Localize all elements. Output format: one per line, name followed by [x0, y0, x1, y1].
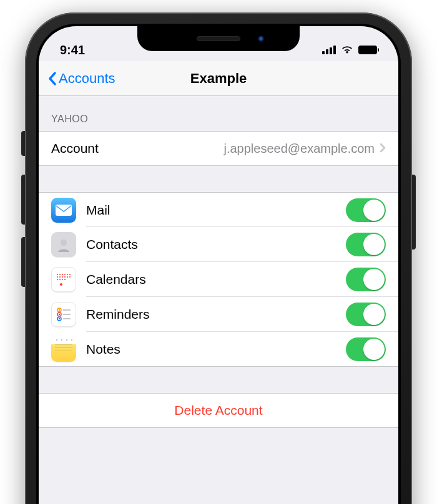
svg-point-8 [69, 274, 71, 275]
service-label: Calendars [86, 272, 146, 287]
screen: 9:41 Accounts Example [39, 26, 398, 504]
svg-point-25 [59, 318, 60, 319]
toggle-notes[interactable] [346, 337, 386, 361]
notch [137, 26, 300, 51]
delete-label: Delete Account [174, 403, 262, 418]
service-label: Mail [86, 203, 110, 218]
svg-point-16 [59, 279, 61, 280]
contacts-icon [51, 232, 76, 257]
nav-bar: Accounts Example [39, 61, 398, 96]
calendar-icon [51, 267, 76, 292]
service-label: Notes [86, 342, 120, 357]
toggle-calendars[interactable] [346, 268, 386, 291]
reminders-icon [51, 302, 76, 327]
toggle-reminders[interactable] [346, 303, 386, 326]
svg-point-13 [67, 276, 68, 278]
svg-point-14 [69, 276, 71, 278]
svg-point-10 [59, 276, 61, 278]
notes-icon [51, 337, 76, 362]
service-label: Contacts [86, 237, 138, 252]
phone-frame: 9:41 Accounts Example [25, 12, 412, 504]
svg-point-17 [62, 279, 63, 280]
wifi-icon [341, 46, 353, 54]
svg-point-7 [67, 274, 68, 275]
services-group: Mail Contacts [39, 192, 398, 367]
section-header-yahoo: YAHOO [39, 96, 398, 131]
service-row-reminders: Reminders [39, 297, 398, 332]
back-label: Accounts [59, 70, 115, 87]
chevron-right-icon [380, 142, 386, 156]
svg-point-3 [57, 274, 58, 275]
svg-point-2 [61, 240, 67, 246]
service-row-calendars: Calendars [39, 262, 398, 297]
svg-point-12 [64, 276, 66, 278]
service-row-mail: Mail [39, 192, 398, 227]
mail-icon [51, 198, 76, 223]
svg-point-4 [59, 274, 61, 275]
service-row-notes: Notes [39, 332, 398, 367]
account-row[interactable]: Account j.appleseed@example.com [39, 131, 398, 166]
cell-signal-icon [322, 46, 336, 54]
svg-point-6 [64, 274, 66, 275]
account-value: j.appleseed@example.com [223, 142, 375, 156]
service-row-contacts: Contacts [39, 227, 398, 262]
svg-point-19 [60, 283, 62, 286]
account-label: Account [51, 141, 99, 156]
service-label: Reminders [86, 307, 150, 322]
svg-point-11 [62, 276, 63, 278]
status-time: 9:41 [60, 43, 85, 57]
back-button[interactable]: Accounts [47, 70, 115, 87]
svg-point-9 [57, 276, 58, 278]
svg-point-23 [59, 314, 60, 315]
svg-point-15 [57, 279, 58, 280]
svg-point-18 [64, 279, 66, 280]
battery-icon [358, 46, 377, 54]
chevron-left-icon [47, 71, 57, 86]
svg-point-5 [62, 274, 63, 275]
svg-point-21 [59, 309, 60, 311]
delete-account-button[interactable]: Delete Account [39, 393, 398, 428]
svg-rect-0 [56, 205, 72, 216]
toggle-mail[interactable] [346, 198, 386, 222]
toggle-contacts[interactable] [346, 233, 386, 256]
